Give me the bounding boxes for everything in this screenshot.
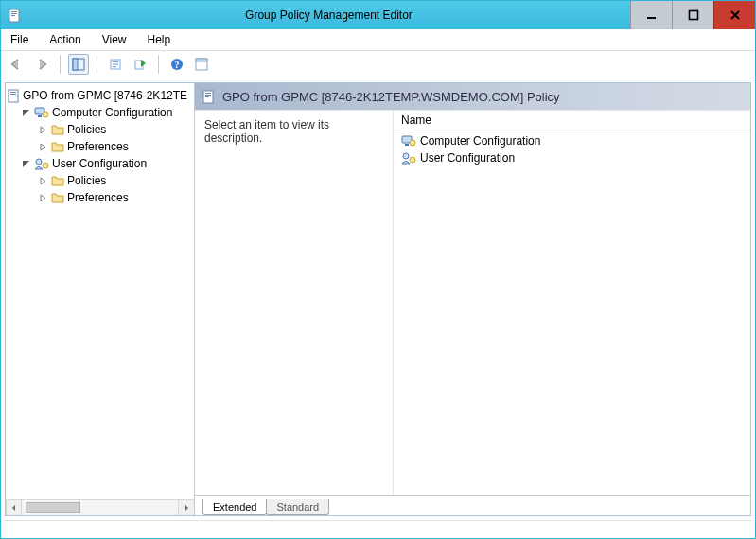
tree-computer-configuration[interactable]: Computer Configuration <box>8 104 192 121</box>
svg-rect-29 <box>205 96 209 97</box>
scroll-left-button[interactable] <box>6 500 22 515</box>
tree-pane: GPO from GPMC [8746-2K12TE Computer Conf… <box>6 83 195 515</box>
menu-view[interactable]: View <box>98 31 131 48</box>
statusbar <box>5 520 751 535</box>
list-column: Name Computer Configuration User Configu… <box>394 111 750 495</box>
folder-icon <box>51 141 64 152</box>
expand-icon[interactable] <box>38 176 48 186</box>
tree-root[interactable]: GPO from GPMC [8746-2K12TE <box>8 87 192 104</box>
svg-rect-27 <box>205 93 211 94</box>
details-title: GPO from GPMC [8746-2K12TEMP.WSMDEMO.COM… <box>222 90 560 104</box>
list-item-computer-configuration[interactable]: Computer Configuration <box>397 132 747 149</box>
close-button[interactable] <box>713 1 755 29</box>
forward-button[interactable] <box>31 54 52 75</box>
svg-rect-9 <box>113 61 118 62</box>
back-button[interactable] <box>7 54 27 75</box>
svg-rect-28 <box>205 95 211 96</box>
maximize-button[interactable] <box>672 1 713 29</box>
tree-root-label: GPO from GPMC [8746-2K12TE <box>23 89 187 102</box>
scroll-thumb[interactable] <box>26 502 80 513</box>
gpo-icon <box>8 89 20 103</box>
expand-icon[interactable] <box>38 125 48 135</box>
tab-extended[interactable]: Extended <box>202 499 267 515</box>
list-column-header-name[interactable]: Name <box>394 111 750 130</box>
folder-icon <box>51 192 64 203</box>
collapse-icon[interactable] <box>21 108 31 118</box>
content-row: Select an item to view its description. … <box>195 110 750 495</box>
svg-rect-3 <box>11 15 15 16</box>
svg-point-24 <box>36 159 42 165</box>
list-item-user-configuration[interactable]: User Configuration <box>397 149 747 166</box>
svg-rect-1 <box>11 11 17 12</box>
toolbar-separator <box>97 55 97 74</box>
show-hide-action-pane-button[interactable] <box>191 54 212 75</box>
menu-file[interactable]: File <box>7 31 32 48</box>
titlebar: Group Policy Management Editor <box>1 1 755 29</box>
properties-button[interactable] <box>105 54 126 75</box>
svg-rect-7 <box>73 59 78 70</box>
tree-label: User Configuration <box>52 157 147 170</box>
scroll-right-button[interactable] <box>178 500 194 515</box>
svg-rect-11 <box>113 66 116 67</box>
tree-label: Policies <box>67 123 106 136</box>
show-hide-tree-button[interactable] <box>68 54 89 75</box>
toolbar: ? <box>1 51 755 78</box>
tree-horizontal-scrollbar[interactable] <box>6 499 194 515</box>
toolbar-separator <box>60 55 61 74</box>
svg-point-25 <box>43 163 48 168</box>
scroll-track[interactable] <box>22 500 178 515</box>
details-pane: GPO from GPMC [8746-2K12TEMP.WSMDEMO.COM… <box>195 83 750 515</box>
tree-label: Preferences <box>67 140 129 153</box>
tabs-row: Extended Standard <box>195 495 750 515</box>
list-items: Computer Configuration User Configuratio… <box>394 130 750 168</box>
computer-config-icon <box>34 106 49 119</box>
tab-standard[interactable]: Standard <box>266 499 329 515</box>
tree-user-preferences[interactable]: Preferences <box>8 189 192 206</box>
tree-label: Preferences <box>67 191 129 204</box>
minimize-button[interactable] <box>630 1 672 29</box>
tree-user-policies[interactable]: Policies <box>8 172 192 189</box>
collapse-icon[interactable] <box>21 159 31 169</box>
description-prompt: Select an item to view its description. <box>204 118 329 145</box>
folder-icon <box>51 175 64 186</box>
svg-point-33 <box>403 153 409 159</box>
app-icon <box>1 1 27 29</box>
menubar: File Action View Help <box>1 29 755 51</box>
menu-action[interactable]: Action <box>45 31 84 48</box>
window-title: Group Policy Management Editor <box>27 1 630 29</box>
svg-rect-20 <box>10 96 14 96</box>
expand-icon[interactable] <box>38 142 48 152</box>
user-config-icon <box>401 151 416 165</box>
svg-rect-2 <box>11 13 17 14</box>
help-button[interactable]: ? <box>167 54 187 75</box>
svg-rect-31 <box>405 144 409 146</box>
expand-icon[interactable] <box>38 193 48 203</box>
details-header: GPO from GPMC [8746-2K12TEMP.WSMDEMO.COM… <box>195 83 750 110</box>
toolbar-separator <box>158 55 159 74</box>
description-column: Select an item to view its description. <box>195 111 394 495</box>
body-area: GPO from GPMC [8746-2K12TE Computer Conf… <box>5 82 751 516</box>
svg-rect-19 <box>10 94 16 95</box>
svg-rect-5 <box>689 11 697 20</box>
tree-user-configuration[interactable]: User Configuration <box>8 155 192 172</box>
svg-point-32 <box>410 140 415 146</box>
svg-rect-10 <box>113 64 118 65</box>
tree-label: Policies <box>67 174 106 187</box>
gpo-icon <box>202 90 215 104</box>
console-tree[interactable]: GPO from GPMC [8746-2K12TE Computer Conf… <box>6 83 194 499</box>
svg-text:?: ? <box>175 60 180 70</box>
menu-help[interactable]: Help <box>144 31 175 48</box>
svg-rect-16 <box>196 59 207 61</box>
svg-rect-4 <box>647 17 656 19</box>
user-config-icon <box>34 157 49 170</box>
svg-rect-18 <box>10 92 16 93</box>
tree-computer-preferences[interactable]: Preferences <box>8 138 192 155</box>
export-button[interactable] <box>130 54 150 75</box>
list-item-label: User Configuration <box>420 151 515 165</box>
svg-point-23 <box>43 112 48 117</box>
computer-config-icon <box>401 134 416 148</box>
tree-computer-policies[interactable]: Policies <box>8 121 192 138</box>
svg-point-34 <box>410 157 415 163</box>
tree-label: Computer Configuration <box>52 106 172 119</box>
folder-icon <box>51 124 64 135</box>
